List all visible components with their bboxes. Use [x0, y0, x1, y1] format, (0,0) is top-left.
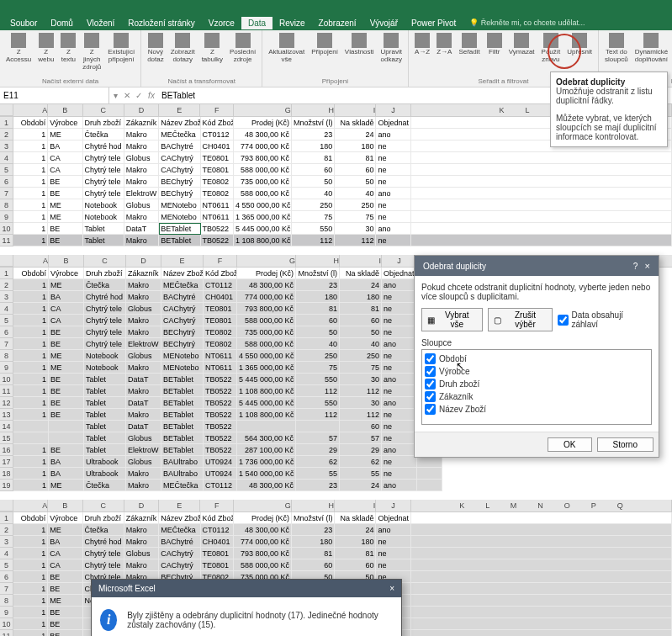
data-cell[interactable]: ME: [48, 524, 82, 536]
data-cell[interactable]: 1: [13, 536, 48, 548]
data-cell[interactable]: 23: [292, 129, 335, 140]
data-cell[interactable]: 62: [296, 456, 340, 468]
data-cell[interactable]: 180: [292, 140, 335, 152]
data-cell[interactable]: Makro: [124, 176, 159, 188]
data-cell[interactable]: ME: [48, 129, 82, 140]
data-cell[interactable]: Chytrý tele: [83, 188, 124, 199]
data-cell[interactable]: BEChytrý: [161, 326, 204, 338]
ribbon-btn-existuj-c-p-ipojen-[interactable]: Existující připojení: [105, 32, 137, 72]
data-cell[interactable]: MEČtečka: [161, 480, 204, 491]
data-cell[interactable]: ME: [49, 480, 84, 491]
data-cell[interactable]: CH0401: [201, 536, 234, 548]
data-cell[interactable]: Tablet: [84, 421, 126, 432]
data-cell[interactable]: 60: [340, 421, 382, 432]
data-cell[interactable]: BE: [49, 444, 84, 456]
cancel-icon[interactable]: ✕: [121, 91, 133, 100]
data-cell[interactable]: BEChytrý: [159, 188, 200, 199]
data-cell[interactable]: Makro: [126, 315, 161, 326]
data-cell[interactable]: Globus: [126, 303, 161, 315]
data-cell[interactable]: TB0522: [204, 421, 237, 432]
data-cell[interactable]: [49, 432, 84, 444]
data-cell[interactable]: 1: [13, 456, 49, 468]
data-cell[interactable]: 60: [340, 315, 382, 326]
data-cell[interactable]: CA: [49, 315, 84, 326]
data-cell[interactable]: UT0924: [204, 468, 237, 480]
data-cell[interactable]: BE: [48, 630, 82, 636]
data-cell[interactable]: BETablet: [161, 409, 204, 421]
data-cell[interactable]: BETablet: [161, 421, 204, 432]
data-cell[interactable]: 75: [296, 362, 340, 374]
ribbon-btn-z-textu[interactable]: Z textu: [58, 32, 78, 72]
data-cell[interactable]: TB0522: [204, 444, 237, 456]
data-cell[interactable]: NT0611: [201, 211, 234, 223]
data-cell[interactable]: Ultrabook: [84, 468, 126, 480]
data-cell[interactable]: 1: [13, 397, 49, 409]
data-cell[interactable]: Makro: [126, 362, 161, 374]
data-cell[interactable]: 1: [13, 468, 49, 480]
data-cell[interactable]: Notebook: [83, 199, 124, 211]
data-cell[interactable]: 1: [13, 595, 48, 607]
data-cell[interactable]: DataT: [124, 223, 159, 235]
data-cell[interactable]: ElektroW: [126, 338, 161, 350]
data-cell[interactable]: ne: [376, 559, 410, 571]
tab-vložení[interactable]: Vložení: [80, 17, 121, 29]
data-cell[interactable]: Globus: [124, 152, 159, 164]
data-cell[interactable]: 250: [296, 350, 340, 362]
data-cell[interactable]: 1: [13, 548, 48, 559]
data-cell[interactable]: 81: [292, 548, 335, 559]
data-has-header-checkbox[interactable]: Data obsahují záhlaví: [558, 310, 652, 329]
data-cell[interactable]: BA: [49, 291, 84, 303]
header-cell[interactable]: Výrobce: [48, 117, 82, 129]
data-cell[interactable]: ano: [376, 129, 410, 140]
data-cell[interactable]: TE0801: [204, 303, 237, 315]
data-cell[interactable]: BETablet: [159, 235, 200, 246]
data-cell[interactable]: 735 000,00 Kč: [234, 176, 292, 188]
data-cell[interactable]: ME: [49, 279, 84, 291]
data-cell[interactable]: BE: [49, 397, 84, 409]
name-box[interactable]: E11: [0, 87, 109, 103]
data-cell[interactable]: BE: [49, 374, 84, 385]
data-cell[interactable]: 112: [335, 235, 376, 246]
data-cell[interactable]: 250: [292, 199, 335, 211]
data-cell[interactable]: 180: [296, 291, 340, 303]
data-cell[interactable]: Tablet: [83, 223, 124, 235]
data-cell[interactable]: ne: [382, 291, 417, 303]
data-cell[interactable]: Makro: [124, 235, 159, 246]
data-cell[interactable]: 30: [340, 374, 382, 385]
ribbon-btn-pou-t-znovu[interactable]: Použít znovu: [539, 32, 564, 65]
ribbon-btn-se-adit[interactable]: Seřadit: [456, 32, 482, 65]
data-cell[interactable]: 48 300,00 Kč: [234, 524, 292, 536]
data-cell[interactable]: 1 108 800,00 Kč: [237, 385, 296, 397]
header-cell[interactable]: Objednat: [376, 512, 410, 524]
data-cell[interactable]: 48 300,00 Kč: [237, 279, 296, 291]
data-cell[interactable]: ME: [49, 362, 84, 374]
ribbon-btn-z-accessu[interactable]: Z Accessu: [3, 32, 34, 72]
data-cell[interactable]: 1: [13, 409, 49, 421]
data-cell[interactable]: TB0522: [204, 374, 237, 385]
data-cell[interactable]: 774 000,00 Kč: [237, 291, 296, 303]
data-cell[interactable]: 1 108 800,00 Kč: [237, 409, 296, 421]
data-cell[interactable]: BA: [49, 468, 84, 480]
data-cell[interactable]: [49, 421, 84, 432]
ribbon-btn-aktualizovat-v-e[interactable]: Aktualizovat vše: [266, 32, 307, 65]
data-cell[interactable]: 564 300,00 Kč: [237, 432, 296, 444]
data-cell[interactable]: Tablet: [84, 409, 126, 421]
data-cell[interactable]: 60: [292, 164, 335, 176]
data-cell[interactable]: TB0522: [204, 397, 237, 409]
data-cell[interactable]: ano: [382, 444, 417, 456]
data-cell[interactable]: Chytrý tele: [84, 326, 126, 338]
data-cell[interactable]: 588 000,00 Kč: [234, 164, 292, 176]
data-cell[interactable]: NT0611: [204, 350, 237, 362]
data-cell[interactable]: 1: [13, 188, 48, 199]
data-cell[interactable]: ne: [382, 350, 417, 362]
tab-vzorce[interactable]: Vzorce: [202, 17, 241, 29]
cancel-button[interactable]: Storno: [597, 437, 653, 452]
data-cell[interactable]: Tablet: [84, 385, 126, 397]
header-cell[interactable]: Období: [13, 268, 49, 279]
data-cell[interactable]: 1 108 800,00 Kč: [234, 235, 292, 246]
data-cell[interactable]: MENotebo: [159, 199, 200, 211]
data-cell[interactable]: 1: [13, 385, 49, 397]
data-cell[interactable]: Globus: [126, 432, 161, 444]
data-cell[interactable]: Tablet: [84, 432, 126, 444]
data-cell[interactable]: 48 300,00 Kč: [237, 480, 296, 491]
